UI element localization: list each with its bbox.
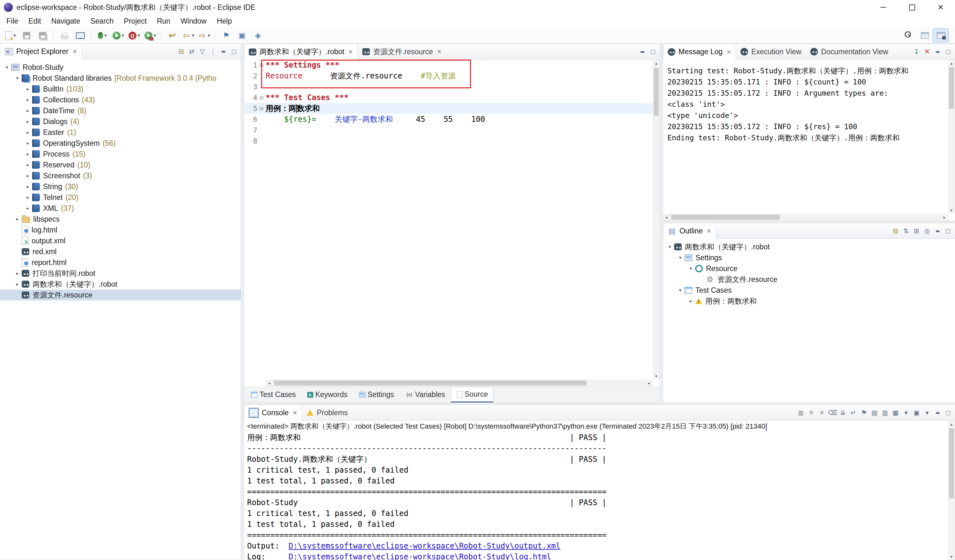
- chevron-down-icon[interactable]: ▾: [676, 287, 684, 293]
- code-line[interactable]: 2Resource 资源文件.resource #导入资源: [244, 70, 653, 81]
- last-edit-location-button[interactable]: [164, 29, 180, 42]
- editor-vertical-scrollbar[interactable]: ▴ ▾: [653, 59, 660, 380]
- code-line[interactable]: 3: [244, 81, 653, 92]
- editor-page-tab-test-cases[interactable]: Test Cases: [245, 387, 301, 402]
- message-log-vertical-scrollbar[interactable]: ▴ ▾: [948, 59, 955, 214]
- chevron-right-icon[interactable]: ▸: [23, 173, 32, 178]
- scroll-down-icon[interactable]: ▾: [948, 206, 955, 214]
- console-display-selected-button[interactable]: ▦: [891, 408, 900, 418]
- console-word-wrap-button[interactable]: ↵: [849, 408, 858, 418]
- fold-marker-icon[interactable]: ⊖: [257, 105, 266, 112]
- console-tab[interactable]: Problems: [302, 405, 352, 420]
- code-line[interactable]: 8: [244, 136, 653, 146]
- message-log-tab[interactable]: Execution View: [736, 44, 806, 59]
- editor-page-tab-variables[interactable]: Variables: [400, 387, 450, 402]
- outline-tab[interactable]: Outline✕: [663, 223, 716, 239]
- message-log-minimize-button[interactable]: ▬: [933, 47, 942, 57]
- chevron-down-icon[interactable]: ▾: [154, 33, 156, 38]
- chevron-right-icon[interactable]: ▸: [13, 271, 22, 276]
- chevron-right-icon[interactable]: ▸: [23, 194, 32, 200]
- close-icon[interactable]: ✕: [437, 48, 441, 55]
- project-explorer-tree-item[interactable]: ▾Robot Standard libraries[Robot Framewor…: [0, 73, 241, 84]
- console-minimize-button[interactable]: ▬: [933, 408, 942, 418]
- project-explorer-tree-item[interactable]: ▸Reserved(10): [0, 160, 241, 170]
- project-explorer-tab[interactable]: Project Explorer✕: [0, 44, 82, 59]
- explorer-filter-button[interactable]: ▽: [197, 47, 207, 56]
- chevron-down-icon[interactable]: ▾: [676, 255, 684, 261]
- open-type-button[interactable]: [234, 29, 250, 42]
- project-explorer-tree-item[interactable]: ▸Collections(43): [0, 94, 241, 105]
- console-open-console-dropdown-button[interactable]: ▾: [922, 408, 932, 418]
- menu-run[interactable]: Run: [152, 15, 175, 27]
- menu-edit[interactable]: Edit: [23, 15, 46, 27]
- console-remove-launch-button[interactable]: ✕: [806, 408, 816, 418]
- scroll-down-icon[interactable]: ▾: [948, 553, 955, 560]
- code-line[interactable]: 7: [244, 125, 653, 136]
- close-icon[interactable]: ✕: [726, 48, 731, 55]
- explorer-maximize-button[interactable]: ▢: [229, 47, 239, 56]
- project-explorer-tree-item[interactable]: ▾Robot-Study: [0, 62, 241, 73]
- close-icon[interactable]: ✕: [293, 410, 297, 416]
- menu-help[interactable]: Help: [212, 15, 237, 27]
- project-explorer-tree-item[interactable]: ▸libspecs: [0, 214, 241, 225]
- minimize-window-button[interactable]: [869, 0, 898, 15]
- message-log-horizontal-scrollbar[interactable]: ◂ ▸: [663, 214, 948, 221]
- coverage-button[interactable]: ▾: [127, 29, 142, 42]
- project-explorer-tree-item[interactable]: ▸Easter(1): [0, 127, 241, 138]
- project-explorer-tree-item[interactable]: ▸DateTime(8): [0, 105, 241, 116]
- maximize-window-button[interactable]: [898, 0, 926, 15]
- editor-horizontal-scrollbar[interactable]: ◂ ▸: [266, 380, 653, 386]
- chevron-down-icon[interactable]: ▾: [104, 33, 107, 38]
- scroll-down-icon[interactable]: ▾: [653, 372, 660, 380]
- chevron-right-icon[interactable]: ▸: [23, 130, 32, 135]
- close-icon[interactable]: ✕: [72, 48, 77, 55]
- message-log-tab[interactable]: Message Log✕: [663, 44, 736, 59]
- code-line[interactable]: 6 ${res}= 关键字-两数求和 45 55 100: [244, 114, 653, 125]
- message-log-tab[interactable]: Documentation View: [806, 44, 893, 59]
- chevron-right-icon[interactable]: ▸: [687, 298, 695, 304]
- chevron-right-icon[interactable]: ▸: [13, 281, 22, 287]
- menu-navigate[interactable]: Navigate: [46, 15, 85, 27]
- save-button[interactable]: [19, 29, 34, 42]
- outline-minimize-button[interactable]: ▬: [933, 226, 942, 236]
- code-line[interactable]: 5⊖用例：两数求和: [244, 103, 653, 114]
- chevron-down-icon[interactable]: ▾: [122, 33, 124, 38]
- project-explorer-tree-item[interactable]: ▸打印当前时间.robot: [0, 268, 241, 279]
- editor-tab[interactable]: 两数求和（关键字）.robot✕: [244, 44, 358, 59]
- outline-tree-item[interactable]: ▾两数求和（关键字）.robot: [663, 241, 955, 252]
- chevron-right-icon[interactable]: ▸: [23, 119, 32, 124]
- scroll-left-icon[interactable]: ◂: [266, 380, 272, 386]
- chevron-right-icon[interactable]: ▸: [23, 86, 32, 92]
- message-log-clear-log-button[interactable]: ✕: [922, 47, 932, 57]
- project-explorer-tree-item[interactable]: ▸String(30): [0, 181, 241, 192]
- editor-page-tab-source[interactable]: Source: [451, 387, 493, 402]
- menu-project[interactable]: Project: [119, 15, 152, 27]
- scroll-right-icon[interactable]: ▸: [941, 214, 948, 221]
- editor-maximize-button[interactable]: ▢: [648, 47, 658, 57]
- console-link[interactable]: D:\systemssoftware\eclipse-workspace\Rob…: [288, 552, 551, 560]
- project-explorer-tree-item[interactable]: ▸Dialogs(4): [0, 116, 241, 127]
- project-explorer-tree-item[interactable]: ▸Telnet(20): [0, 192, 241, 203]
- editor-minimize-button[interactable]: ▬: [637, 47, 647, 57]
- project-explorer-tree-item[interactable]: 资源文件.resource: [0, 289, 241, 300]
- explorer-collapse-all-button[interactable]: ⊟: [176, 47, 186, 56]
- close-icon[interactable]: ✕: [707, 228, 711, 235]
- save-all-button[interactable]: [35, 29, 50, 42]
- code-line[interactable]: 1⊖*** Settings ***: [244, 59, 653, 70]
- open-resource-button[interactable]: [250, 29, 266, 42]
- red-perspective-button[interactable]: [933, 29, 948, 42]
- chevron-right-icon[interactable]: ▸: [23, 151, 32, 157]
- close-window-button[interactable]: ✕: [926, 0, 955, 15]
- project-explorer-tree-item[interactable]: ▸两数求和（关键字）.robot: [0, 279, 241, 289]
- external-tools-button[interactable]: ▾: [142, 29, 158, 42]
- chevron-right-icon[interactable]: ▸: [13, 216, 22, 222]
- chevron-right-icon[interactable]: ▸: [23, 140, 32, 146]
- explorer-view-menu-button[interactable]: ⋮: [208, 47, 218, 56]
- project-explorer-tree-item[interactable]: output.xml: [0, 235, 241, 246]
- fold-marker-icon[interactable]: ⊖: [257, 94, 266, 101]
- project-explorer-tree-item[interactable]: ▸Screenshot(3): [0, 170, 241, 181]
- menu-window[interactable]: Window: [175, 15, 212, 27]
- console-link[interactable]: D:\systemssoftware\eclipse-workspace\Rob…: [288, 541, 560, 551]
- open-console-button[interactable]: [73, 29, 88, 42]
- outline-collapse-all-button[interactable]: ⊟: [891, 226, 900, 236]
